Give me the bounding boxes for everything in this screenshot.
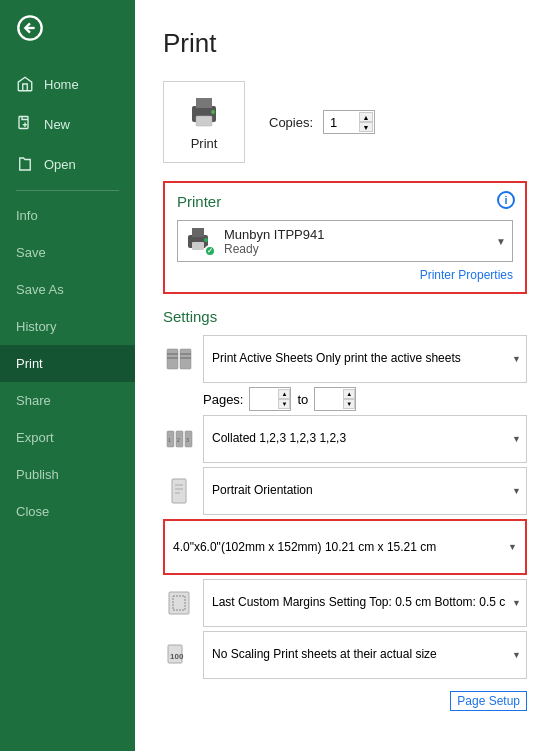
- orientation-icon: [163, 475, 195, 507]
- orientation-select[interactable]: Portrait Orientation: [203, 467, 527, 515]
- scaling-select-wrap[interactable]: No Scaling Print sheets at their actual …: [203, 631, 527, 679]
- pages-from-wrap: ▲ ▼: [249, 387, 291, 411]
- print-what-row: Print Active Sheets Only print the activ…: [163, 335, 527, 383]
- sidebar-item-info[interactable]: Info: [0, 197, 135, 234]
- svg-rect-25: [172, 479, 186, 503]
- sidebar-item-close[interactable]: Close: [0, 493, 135, 530]
- sidebar-item-share[interactable]: Share: [0, 382, 135, 419]
- printer-section-title: Printer: [177, 193, 513, 210]
- sidebar: Home New Open Info Save Save As: [0, 0, 135, 751]
- scaling-select[interactable]: No Scaling Print sheets at their actual …: [203, 631, 527, 679]
- svg-rect-14: [180, 349, 191, 369]
- printer-dropdown-arrow[interactable]: ▼: [496, 236, 506, 247]
- sidebar-item-new-label: New: [44, 117, 70, 132]
- printer-status-dot: [204, 245, 216, 257]
- pages-from-down[interactable]: ▼: [278, 399, 290, 409]
- pages-row: Pages: ▲ ▼ to ▲ ▼: [163, 387, 527, 411]
- page-setup-link[interactable]: Page Setup: [450, 691, 527, 711]
- settings-section: Settings Print Active Sheets Only print …: [163, 308, 527, 679]
- svg-rect-2: [19, 117, 28, 129]
- sidebar-item-save[interactable]: Save: [0, 234, 135, 271]
- copies-spinners: ▲ ▼: [359, 111, 373, 133]
- svg-point-8: [211, 110, 215, 114]
- settings-section-title: Settings: [163, 308, 527, 325]
- sidebar-nav: Home New Open Info Save Save As: [0, 64, 135, 530]
- main-content: Print Print Copies: ▲ ▼ i Printe: [135, 0, 555, 751]
- copies-down-button[interactable]: ▼: [359, 122, 373, 132]
- printer-icon: [184, 225, 216, 257]
- sidebar-item-open[interactable]: Open: [0, 144, 135, 184]
- collation-select-wrap[interactable]: Collated 1,2,3 1,2,3 1,2,3: [203, 415, 527, 463]
- pages-to-down[interactable]: ▼: [343, 399, 355, 409]
- printer-section: i Printer Munbyn ITPP941 Ready ▼ Printer…: [163, 181, 527, 294]
- printer-properties-link[interactable]: Printer Properties: [177, 268, 513, 282]
- collation-select[interactable]: Collated 1,2,3 1,2,3 1,2,3: [203, 415, 527, 463]
- print-what-select-wrap[interactable]: Print Active Sheets Only print the activ…: [203, 335, 527, 383]
- sidebar-item-home-label: Home: [44, 77, 79, 92]
- scaling-row: 100 No Scaling Print sheets at their act…: [163, 631, 527, 679]
- collation-row: 1 2 3 Collated 1,2,3 1,2,3 1,2,3: [163, 415, 527, 463]
- svg-rect-7: [196, 116, 212, 126]
- paper-size-box: 4.0"x6.0"(102mm x 152mm) 10.21 cm x 15.2…: [163, 519, 527, 575]
- margins-icon: [163, 587, 195, 619]
- collate-icon: 1 2 3: [163, 423, 195, 455]
- sidebar-item-home[interactable]: Home: [0, 64, 135, 104]
- svg-text:3: 3: [186, 437, 189, 443]
- pages-to-spinners: ▲ ▼: [343, 388, 355, 410]
- scaling-icon: 100: [163, 639, 195, 671]
- paper-size-select-wrap[interactable]: 4.0"x6.0"(102mm x 152mm) 10.21 cm x 15.2…: [165, 521, 525, 573]
- pages-label: Pages:: [203, 392, 243, 407]
- printer-name-block: Munbyn ITPP941 Ready: [224, 227, 488, 256]
- print-sheets-icon: [163, 343, 195, 375]
- sidebar-item-publish[interactable]: Publish: [0, 456, 135, 493]
- paper-size-select[interactable]: 4.0"x6.0"(102mm x 152mm) 10.21 cm x 15.2…: [165, 521, 525, 573]
- print-button-label: Print: [191, 136, 218, 151]
- print-icon: [186, 94, 222, 130]
- print-what-select[interactable]: Print Active Sheets Only print the activ…: [203, 335, 527, 383]
- pages-to-wrap: ▲ ▼: [314, 387, 356, 411]
- svg-text:1: 1: [168, 437, 171, 443]
- sidebar-item-open-label: Open: [44, 157, 76, 172]
- copies-row: Copies: ▲ ▼: [269, 110, 375, 134]
- margins-select-wrap[interactable]: Last Custom Margins Setting Top: 0.5 cm …: [203, 579, 527, 627]
- svg-rect-6: [196, 98, 212, 108]
- svg-text:100: 100: [170, 652, 184, 661]
- printer-info-icon[interactable]: i: [497, 191, 515, 209]
- printer-select-row: Munbyn ITPP941 Ready ▼: [177, 220, 513, 262]
- print-button[interactable]: Print: [163, 81, 245, 163]
- margins-select[interactable]: Last Custom Margins Setting Top: 0.5 cm …: [203, 579, 527, 627]
- sidebar-item-print[interactable]: Print: [0, 345, 135, 382]
- back-button[interactable]: [0, 0, 135, 60]
- sidebar-item-save-as[interactable]: Save As: [0, 271, 135, 308]
- page-title: Print: [163, 28, 527, 59]
- pages-from-spinners: ▲ ▼: [278, 388, 290, 410]
- orientation-row: Portrait Orientation: [163, 467, 527, 515]
- margins-row: Last Custom Margins Setting Top: 0.5 cm …: [163, 579, 527, 627]
- orientation-select-wrap[interactable]: Portrait Orientation: [203, 467, 527, 515]
- printer-status: Ready: [224, 242, 488, 256]
- copies-up-button[interactable]: ▲: [359, 112, 373, 122]
- pages-to-label: to: [297, 392, 308, 407]
- svg-rect-29: [169, 592, 189, 614]
- sidebar-item-export[interactable]: Export: [0, 419, 135, 456]
- svg-rect-11: [192, 242, 204, 250]
- pages-from-up[interactable]: ▲: [278, 389, 290, 399]
- svg-text:2: 2: [177, 437, 180, 443]
- sidebar-item-history[interactable]: History: [0, 308, 135, 345]
- sidebar-item-new[interactable]: New: [0, 104, 135, 144]
- svg-rect-10: [192, 228, 204, 237]
- svg-rect-13: [167, 349, 178, 369]
- copies-input-wrap: ▲ ▼: [323, 110, 375, 134]
- svg-point-12: [204, 238, 208, 242]
- pages-to-up[interactable]: ▲: [343, 389, 355, 399]
- print-action-row: Print Copies: ▲ ▼: [163, 81, 527, 163]
- printer-name: Munbyn ITPP941: [224, 227, 488, 242]
- copies-label: Copies:: [269, 115, 313, 130]
- sidebar-divider: [16, 190, 119, 191]
